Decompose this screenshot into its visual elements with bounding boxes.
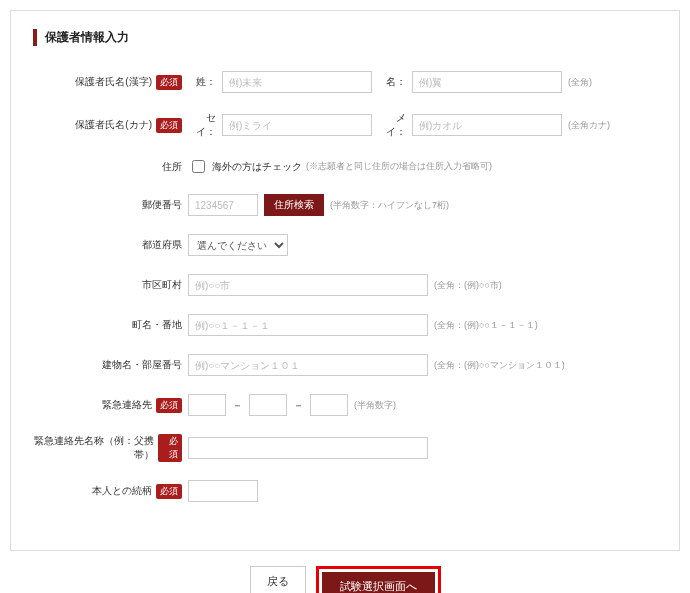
row-tel-name: 緊急連絡先名称（例：父携帯） 必須 [33, 434, 657, 462]
checkbox-hint: (※志願者と同じ住所の場合は住所入力省略可) [306, 160, 492, 173]
input-tel-3[interactable] [310, 394, 348, 416]
label-tel: 緊急連絡先 [102, 398, 152, 412]
address-search-button[interactable]: 住所検索 [264, 194, 324, 216]
input-mei-kanji[interactable] [412, 71, 562, 93]
label-city: 市区町村 [142, 278, 182, 292]
hint-city: (全角：(例)○○市) [434, 279, 502, 292]
input-sei-kana[interactable] [222, 114, 372, 136]
required-badge: 必須 [156, 484, 182, 499]
hint-name-kana: (全角カナ) [568, 119, 610, 132]
row-pref: 都道府県 選んでください [33, 234, 657, 256]
hint-name-kanji: (全角) [568, 76, 592, 89]
tel-sep-1: － [232, 398, 243, 413]
row-zip: 郵便番号 住所検索 (半角数字：ハイフンなし7桁) [33, 194, 657, 216]
label-tel-name: 緊急連絡先名称（例：父携帯） [33, 434, 154, 462]
hint-tel: (半角数字) [354, 399, 396, 412]
hint-bldg: (全角：(例)○○マンション１０１) [434, 359, 565, 372]
back-button[interactable]: 戻る [250, 566, 306, 593]
input-town[interactable] [188, 314, 428, 336]
row-name-kana: 保護者氏名(カナ) 必須 セイ： メイ： (全角カナ) [33, 111, 657, 139]
required-badge: 必須 [158, 434, 182, 462]
row-relation: 本人との続柄 必須 [33, 480, 657, 502]
sei-label-kana: セイ： [188, 111, 216, 139]
row-name-kanji: 保護者氏名(漢字) 必須 姓： 名： (全角) [33, 71, 657, 93]
label-relation: 本人との続柄 [92, 484, 152, 498]
hint-town: (全角：(例)○○１－１－１) [434, 319, 538, 332]
input-city[interactable] [188, 274, 428, 296]
row-tel: 緊急連絡先 必須 － － (半角数字) [33, 394, 657, 416]
tel-sep-2: － [293, 398, 304, 413]
required-badge: 必須 [156, 398, 182, 413]
label-zip: 郵便番号 [142, 198, 182, 212]
required-badge: 必須 [156, 118, 182, 133]
button-row: 戻る 試験選択画面へ [10, 566, 680, 593]
checkbox-overseas[interactable] [192, 160, 205, 173]
row-town: 町名・番地 (全角：(例)○○１－１－１) [33, 314, 657, 336]
label-name-kana: 保護者氏名(カナ) [75, 118, 152, 132]
required-badge: 必須 [156, 75, 182, 90]
input-sei-kanji[interactable] [222, 71, 372, 93]
highlight-box: 試験選択画面へ [316, 566, 441, 593]
input-bldg[interactable] [188, 354, 428, 376]
next-button[interactable]: 試験選択画面へ [322, 572, 435, 593]
sei-label: 姓： [188, 75, 216, 89]
input-mei-kana[interactable] [412, 114, 562, 136]
checkbox-label: 海外の方はチェック [212, 160, 302, 174]
input-relation[interactable] [188, 480, 258, 502]
guardian-info-panel: 保護者情報入力 保護者氏名(漢字) 必須 姓： 名： (全角) 保護者氏名(カナ… [10, 10, 680, 551]
label-town: 町名・番地 [132, 318, 182, 332]
section-title: 保護者情報入力 [33, 29, 657, 46]
row-city: 市区町村 (全角：(例)○○市) [33, 274, 657, 296]
input-tel-1[interactable] [188, 394, 226, 416]
input-zip[interactable] [188, 194, 258, 216]
row-address: 住所 海外の方はチェック (※志願者と同じ住所の場合は住所入力省略可) [33, 157, 657, 176]
label-name-kanji: 保護者氏名(漢字) [75, 75, 152, 89]
input-tel-name[interactable] [188, 437, 428, 459]
mei-label: 名： [378, 75, 406, 89]
row-bldg: 建物名・部屋番号 (全角：(例)○○マンション１０１) [33, 354, 657, 376]
label-bldg: 建物名・部屋番号 [102, 358, 182, 372]
hint-zip: (半角数字：ハイフンなし7桁) [330, 199, 449, 212]
label-pref: 都道府県 [142, 238, 182, 252]
mei-label-kana: メイ： [378, 111, 406, 139]
select-pref[interactable]: 選んでください [188, 234, 288, 256]
label-address: 住所 [162, 160, 182, 174]
input-tel-2[interactable] [249, 394, 287, 416]
